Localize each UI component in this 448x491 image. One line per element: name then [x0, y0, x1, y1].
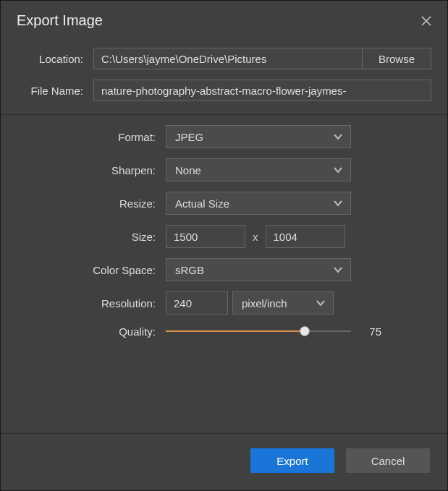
quality-slider[interactable] [166, 325, 351, 338]
format-value: JPEG [175, 131, 203, 143]
height-input[interactable] [266, 225, 345, 248]
export-button[interactable]: Export [250, 448, 334, 473]
filename-label: File Name: [17, 85, 93, 97]
size-x-label: x [250, 231, 261, 243]
sharpen-select[interactable]: None [166, 158, 351, 182]
resize-select[interactable]: Actual Size [166, 192, 351, 215]
resolution-unit-select[interactable]: pixel/inch [232, 291, 334, 315]
options-section: Format: JPEG Sharpen: None Resize: [1, 115, 447, 351]
filename-input[interactable] [93, 80, 431, 101]
resolution-input[interactable] [166, 291, 228, 315]
quality-value: 75 [364, 325, 381, 338]
slider-thumb[interactable] [300, 326, 310, 336]
colorspace-label: Color Space: [17, 264, 166, 276]
width-input[interactable] [166, 225, 245, 248]
file-section: Location: Browse File Name: [1, 38, 447, 114]
close-button[interactable] [420, 14, 433, 27]
colorspace-select[interactable]: sRGB [166, 258, 351, 281]
format-select[interactable]: JPEG [166, 125, 351, 148]
chevron-down-icon [333, 265, 343, 275]
sharpen-value: None [175, 164, 201, 176]
location-label: Location: [17, 53, 93, 65]
chevron-down-icon [316, 298, 326, 308]
colorspace-value: sRGB [175, 264, 204, 276]
chevron-down-icon [333, 165, 343, 175]
dialog-title: Export Image [17, 12, 103, 29]
sharpen-label: Sharpen: [17, 164, 166, 176]
close-icon [420, 15, 432, 27]
format-label: Format: [17, 131, 166, 143]
slider-track-fill [166, 330, 305, 332]
titlebar: Export Image [1, 1, 447, 38]
size-label: Size: [17, 231, 166, 243]
resolution-label: Resolution: [17, 297, 166, 309]
resolution-unit-value: pixel/inch [242, 297, 287, 309]
resize-value: Actual Size [175, 197, 229, 210]
dialog-footer: Export Cancel [1, 433, 447, 490]
export-image-dialog: Export Image Location: Browse File Name:… [0, 0, 448, 491]
location-input[interactable] [93, 48, 362, 69]
quality-label: Quality: [17, 325, 166, 338]
chevron-down-icon [333, 132, 343, 142]
browse-button[interactable]: Browse [362, 48, 431, 69]
cancel-button[interactable]: Cancel [346, 448, 430, 473]
resize-label: Resize: [17, 197, 166, 210]
chevron-down-icon [333, 198, 343, 208]
